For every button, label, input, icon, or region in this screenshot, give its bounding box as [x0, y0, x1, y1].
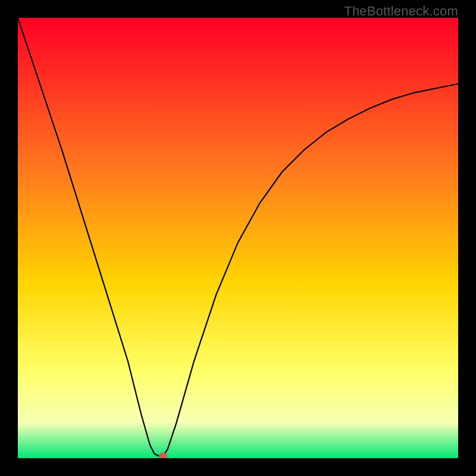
- watermark-text: TheBottleneck.com: [344, 4, 458, 19]
- gradient-background: [18, 18, 458, 458]
- chart-frame: [18, 18, 458, 458]
- chart-svg: [18, 18, 458, 458]
